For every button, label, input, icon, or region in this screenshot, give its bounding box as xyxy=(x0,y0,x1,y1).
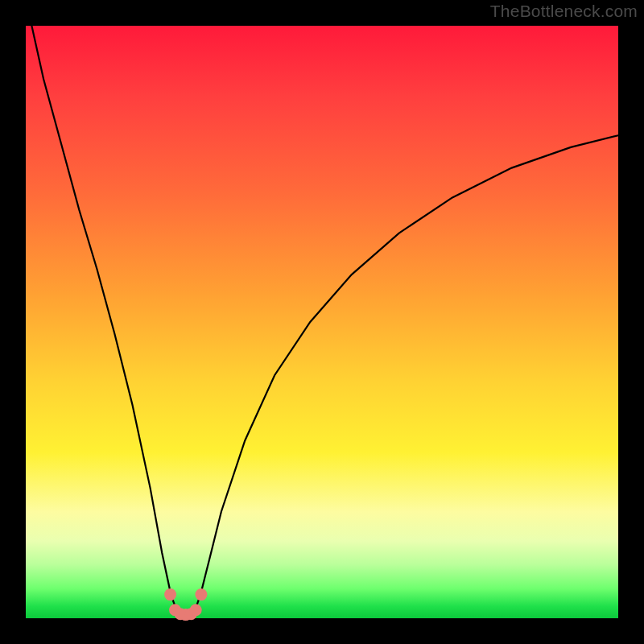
chart-svg-layer xyxy=(0,0,644,644)
min-region-dot xyxy=(164,588,176,601)
bottleneck-curve-path xyxy=(31,26,618,615)
watermark-text: TheBottleneck.com xyxy=(490,2,638,21)
min-region-dot xyxy=(190,604,202,616)
min-region-dot xyxy=(195,588,207,601)
min-region-dots-group xyxy=(164,588,207,621)
curve-group xyxy=(31,26,618,615)
chart-frame: TheBottleneck.com xyxy=(0,0,644,644)
